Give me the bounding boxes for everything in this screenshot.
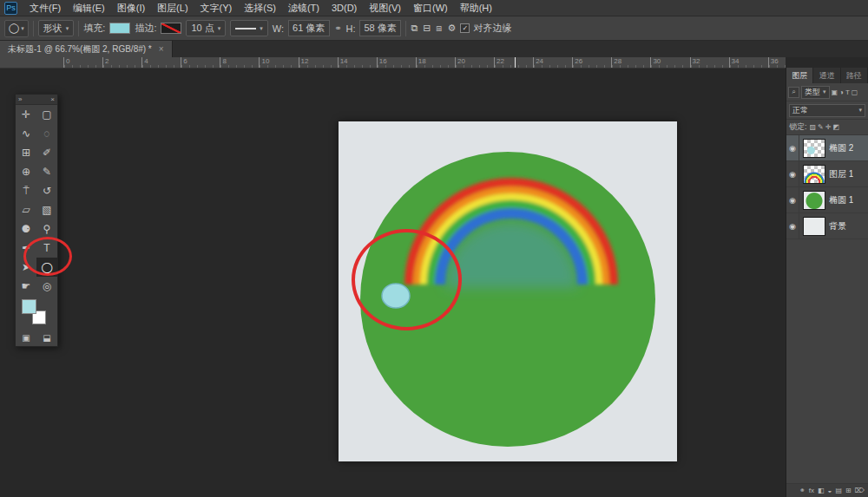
height-input[interactable]: 58 像素 (359, 20, 401, 36)
menu-item[interactable]: 3D(D) (326, 3, 363, 13)
tab-layers[interactable]: 图层 (786, 68, 813, 83)
layer-group-icon[interactable]: ▤ (835, 487, 842, 494)
checkbox-icon[interactable]: ✓ (460, 23, 470, 33)
layer-effects-icon[interactable]: fx (809, 487, 814, 494)
stroke-style-select[interactable]: ▾ (230, 20, 268, 36)
tool-mode-select[interactable]: 形状 ▾ (38, 20, 75, 36)
collapse-panel-icon[interactable]: » (18, 95, 22, 103)
layer-thumbnail[interactable] (803, 191, 825, 210)
blend-mode-select[interactable]: 正常 ▾ (789, 104, 865, 117)
layer-thumbnail[interactable] (803, 217, 825, 236)
menu-item[interactable]: 滤镜(T) (282, 2, 326, 15)
ruler-tick: 0 (63, 57, 102, 68)
layer-thumbnail[interactable] (803, 139, 825, 158)
type-tool[interactable]: T (36, 239, 57, 258)
filter-adjustment-layers-icon[interactable]: ◑ (839, 88, 844, 96)
stroke-label: 描边: (135, 22, 156, 35)
layer-row[interactable]: ◉ 椭圆 1 (786, 187, 868, 213)
filter-pixel-layers-icon[interactable]: ▣ (832, 88, 838, 96)
filter-shape-layers-icon[interactable]: ▢ (852, 88, 858, 96)
document-tab[interactable]: 未标题-1 @ 66.7%(椭圆 2, RGB/8#) * × (0, 41, 173, 57)
history-brush-tool[interactable]: ↺ (36, 181, 57, 200)
gradient-tool[interactable]: ▧ (36, 200, 57, 219)
dodge-tool[interactable]: ⚲ (36, 219, 57, 239)
gear-icon[interactable]: ⚙ (448, 23, 457, 34)
blend-mode-value: 正常 (792, 105, 808, 116)
ruler-tick: 32 (690, 57, 729, 68)
menu-item[interactable]: 帮助(H) (454, 2, 498, 15)
ruler-tick: 12 (299, 57, 338, 68)
lock-position-icon[interactable]: ✛ (825, 123, 832, 131)
zoom-tool[interactable]: ◎ (36, 277, 57, 296)
menu-item[interactable]: 编辑(E) (67, 2, 111, 15)
stroke-width-select[interactable]: 10 点 ▾ (186, 20, 226, 36)
path-selection-tool[interactable]: ➤ (16, 258, 36, 277)
lock-all-icon[interactable]: ◩ (832, 123, 839, 131)
tab-channels[interactable]: 通道 (813, 68, 840, 83)
document-canvas[interactable] (339, 121, 677, 461)
search-icon[interactable]: ⌕ (788, 87, 799, 98)
filter-type-select[interactable]: 类型 ▾ (801, 86, 830, 99)
lock-label: 锁定: (789, 121, 807, 133)
width-input[interactable]: 61 像素 (288, 20, 330, 36)
hand-tool[interactable]: ☛ (16, 277, 36, 296)
marquee-tool[interactable]: ▢ (36, 105, 57, 124)
move-tool[interactable]: ✛ (16, 105, 36, 124)
menu-item[interactable]: 选择(S) (238, 2, 282, 15)
tool-preset-picker[interactable]: ◯ ▾ (4, 20, 29, 37)
visibility-eye-icon[interactable]: ◉ (786, 161, 799, 186)
close-icon[interactable]: × (50, 95, 55, 103)
path-operations-icon[interactable]: ⧉ (411, 23, 418, 34)
lasso-tool[interactable]: ∿ (16, 124, 36, 143)
foreground-color-swatch[interactable] (22, 299, 36, 314)
blur-tool[interactable]: ⚈ (16, 219, 36, 239)
visibility-eye-icon[interactable]: ◉ (786, 135, 799, 160)
delete-layer-icon[interactable]: ⌦ (855, 487, 865, 494)
pen-tool[interactable]: ✒ (16, 239, 36, 258)
visibility-eye-icon[interactable]: ◉ (786, 187, 799, 213)
link-layers-icon[interactable]: ⚭ (799, 487, 806, 494)
screen-mode-icon[interactable]: ⬓ (36, 329, 57, 346)
quick-selection-tool[interactable]: ◌ (36, 124, 57, 143)
cursor-position-marker (515, 57, 516, 69)
menu-item[interactable]: 文字(Y) (194, 2, 239, 15)
layer-mask-icon[interactable]: ◧ (818, 487, 825, 494)
path-arrange-icon[interactable]: ⧈ (437, 23, 443, 34)
clone-stamp-tool[interactable]: ⍑ (16, 181, 36, 200)
close-icon[interactable]: × (159, 44, 164, 54)
lock-pixels-icon[interactable]: ✎ (818, 123, 824, 131)
tools-grid: ✛ ▢ ∿ ◌ ⊞ ✐ (16, 105, 57, 296)
menu-item[interactable]: 窗口(W) (407, 2, 454, 15)
layer-row[interactable]: ◉ 椭圆 2 (786, 135, 868, 161)
new-layer-icon[interactable]: ⊞ (845, 487, 852, 494)
eyedropper-tool[interactable]: ✐ (36, 143, 57, 162)
menu-item[interactable]: 文件(F) (23, 2, 67, 15)
layer-thumbnail[interactable] (803, 165, 825, 184)
filter-type-layers-icon[interactable]: T (845, 88, 850, 96)
stroke-width-value: 10 点 (191, 22, 214, 35)
layer-row[interactable]: ◉ 图层 1 (786, 161, 868, 187)
menu-item[interactable]: 图层(L) (151, 2, 194, 15)
cyan-ellipse-shape[interactable] (382, 284, 410, 308)
document-tab-bar: 未标题-1 @ 66.7%(椭圆 2, RGB/8#) * × (0, 41, 868, 57)
path-options-icons: ⧉ ⊟ ⧈ ⚙ (411, 23, 456, 34)
path-alignment-icon[interactable]: ⊟ (423, 23, 431, 34)
fill-swatch[interactable] (109, 23, 130, 34)
crop-tool[interactable]: ⊞ (16, 143, 36, 162)
stroke-swatch[interactable] (161, 23, 181, 34)
brush-tool[interactable]: ✎ (36, 162, 57, 181)
align-edges-option[interactable]: ✓ 对齐边缘 (460, 22, 511, 35)
healing-brush-tool[interactable]: ⊕ (16, 162, 36, 181)
menu-item[interactable]: 图像(I) (111, 2, 151, 15)
menu-item[interactable]: 视图(V) (363, 2, 407, 15)
quick-mask-icon[interactable]: ▣ (16, 329, 36, 346)
layer-row[interactable]: ◉ 背景 (786, 213, 868, 239)
lock-transparent-icon[interactable]: ▨ (810, 123, 817, 131)
visibility-eye-icon[interactable]: ◉ (786, 213, 799, 239)
ellipse-tool[interactable]: ◯ (36, 258, 57, 277)
tab-paths[interactable]: 路径 (841, 68, 868, 83)
adjustment-layer-icon[interactable]: ◒ (828, 487, 832, 494)
eraser-tool[interactable]: ▱ (16, 200, 36, 219)
link-dimensions-icon[interactable]: ⚭ (334, 23, 341, 33)
tool-icon: ▢ (42, 109, 51, 120)
